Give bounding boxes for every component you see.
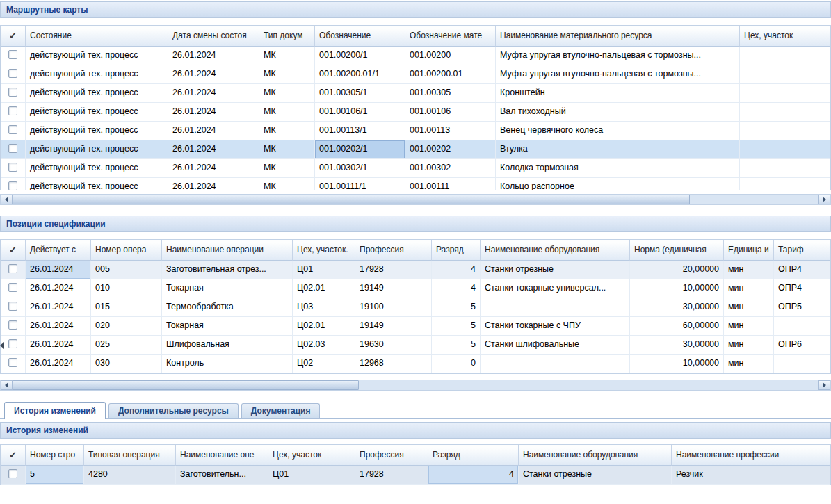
cell[interactable]: действующий тех. процесс — [26, 47, 168, 65]
cell[interactable]: 020 — [91, 317, 162, 336]
cell[interactable]: 001.00200.01/1 — [315, 65, 405, 84]
cell[interactable] — [740, 178, 831, 190]
table-row[interactable]: 26.01.2024010ТокарнаяЦ02.01191494Станки … — [1, 279, 830, 298]
row-checkbox[interactable] — [8, 125, 17, 134]
select-all-header[interactable]: ✓ — [1, 240, 26, 261]
cell[interactable]: 025 — [91, 336, 162, 355]
cell[interactable]: мин — [724, 279, 774, 298]
cell[interactable]: ОПР4 — [774, 279, 831, 298]
table-row[interactable]: 26.01.2024005Заготовительная отрез...Ц01… — [1, 261, 830, 279]
cell[interactable]: 001.00106/1 — [315, 103, 405, 122]
cell[interactable]: мин — [724, 336, 774, 355]
cell[interactable]: 030 — [91, 355, 162, 373]
row-checkbox[interactable] — [8, 181, 17, 190]
cell[interactable]: Втулка — [496, 140, 740, 159]
cell[interactable]: Ц02.01 — [293, 279, 355, 298]
cell[interactable]: Заготовительная отрез... — [162, 261, 293, 279]
column-header[interactable]: Дата смены состоя — [168, 26, 259, 47]
column-header[interactable]: Обозначение — [315, 26, 405, 47]
cell[interactable]: Муфта упругая втулочно-пальцевая с тормо… — [496, 47, 740, 65]
cell[interactable] — [481, 298, 630, 317]
cell[interactable]: действующий тех. процесс — [26, 122, 168, 140]
table-row[interactable]: действующий тех. процесс26.01.2024МК001.… — [1, 140, 830, 159]
cell[interactable]: 4 — [432, 261, 481, 279]
cell[interactable]: 30,00000 — [630, 336, 724, 355]
scroll-left-button[interactable] — [1, 380, 13, 390]
cell[interactable]: 001.00113 — [405, 122, 496, 140]
cell[interactable]: 17928 — [355, 261, 432, 279]
cell[interactable] — [774, 317, 831, 336]
column-header[interactable]: Обозначение мате — [405, 26, 496, 47]
cell[interactable]: МК — [259, 159, 315, 178]
cell[interactable]: МК — [259, 65, 315, 84]
column-header[interactable]: Тип докум — [259, 26, 315, 47]
cell[interactable]: действующий тех. процесс — [26, 103, 168, 122]
cell[interactable]: 4280 — [84, 466, 176, 485]
cell[interactable]: 4 — [432, 279, 481, 298]
cell[interactable]: действующий тех. процесс — [26, 178, 168, 190]
row-checkbox[interactable] — [8, 358, 17, 367]
table-row[interactable]: 26.01.2024025ШлифовальнаяЦ02.03196305Ста… — [1, 336, 830, 355]
cell[interactable] — [740, 140, 831, 159]
table-row[interactable]: 26.01.2024020ТокарнаяЦ02.01191495Станки … — [1, 317, 830, 336]
cell[interactable]: 19149 — [355, 279, 432, 298]
row-checkbox[interactable] — [8, 88, 17, 97]
cell[interactable]: 26.01.2024 — [26, 261, 91, 279]
table-row[interactable]: 54280Заготовительн...Ц01179284Станки отр… — [1, 466, 830, 485]
cell[interactable]: Шлифовальная — [162, 336, 293, 355]
column-header[interactable]: Цех, участок — [740, 26, 831, 47]
cell[interactable]: Ц01 — [268, 466, 355, 485]
panel-collapse-handle[interactable] — [0, 334, 6, 357]
cell[interactable]: 26.01.2024 — [168, 140, 259, 159]
cell[interactable]: 26.01.2024 — [168, 178, 259, 190]
route-maps-hscrollbar[interactable] — [0, 194, 831, 205]
cell[interactable]: 010 — [91, 279, 162, 298]
cell[interactable]: 5 — [432, 298, 481, 317]
table-row[interactable]: действующий тех. процесс26.01.2024МК001.… — [1, 103, 830, 122]
cell[interactable]: действующий тех. процесс — [26, 159, 168, 178]
cell[interactable]: 001.00305/1 — [315, 84, 405, 103]
select-all-header[interactable]: ✓ — [1, 26, 26, 47]
cell[interactable]: 001.00302/1 — [315, 159, 405, 178]
scrollbar-track[interactable] — [13, 380, 818, 390]
column-header[interactable]: Наименование материального ресурса — [496, 26, 740, 47]
cell[interactable] — [740, 122, 831, 140]
table-row[interactable]: 26.01.2024015ТермообработкаЦ0319100530,0… — [1, 298, 830, 317]
tab-documentation[interactable]: Документация — [241, 403, 321, 418]
tab-additional-resources[interactable]: Дополнительные ресурсы — [108, 403, 239, 418]
column-header[interactable]: Разряд — [432, 240, 481, 261]
column-header[interactable]: Наименование профессии — [672, 445, 831, 466]
cell[interactable]: Резчик — [672, 466, 831, 485]
cell[interactable]: Контроль — [162, 355, 293, 373]
cell[interactable]: 005 — [91, 261, 162, 279]
cell[interactable] — [740, 84, 831, 103]
cell[interactable]: 5 — [26, 466, 84, 485]
column-header[interactable]: Наименование опе — [176, 445, 268, 466]
cell[interactable]: МК — [259, 178, 315, 190]
row-checkbox[interactable] — [8, 50, 17, 59]
row-checkbox[interactable] — [8, 106, 17, 115]
column-header[interactable]: Номер опера — [91, 240, 162, 261]
column-header[interactable]: Профессия — [355, 445, 428, 466]
cell[interactable]: Кронштейн — [496, 84, 740, 103]
cell[interactable]: мин — [724, 317, 774, 336]
cell[interactable]: 26.01.2024 — [26, 336, 91, 355]
column-header[interactable]: Норма (единичная — [630, 240, 724, 261]
cell[interactable]: 10,00000 — [630, 279, 724, 298]
cell[interactable]: 001.00113/1 — [315, 122, 405, 140]
cell[interactable] — [740, 159, 831, 178]
column-header[interactable]: Наименование оборудования — [519, 445, 672, 466]
spec-positions-hscrollbar[interactable] — [0, 380, 831, 391]
cell[interactable]: 26.01.2024 — [26, 317, 91, 336]
cell[interactable]: 26.01.2024 — [26, 279, 91, 298]
cell[interactable]: Заготовительн... — [176, 466, 268, 485]
cell[interactable]: 26.01.2024 — [26, 298, 91, 317]
cell[interactable]: 001.00302 — [405, 159, 496, 178]
cell[interactable]: 001.00200/1 — [315, 47, 405, 65]
column-header[interactable]: Действует с — [26, 240, 91, 261]
cell[interactable]: 001.00111/1 — [315, 178, 405, 190]
column-header[interactable]: Разряд — [428, 445, 519, 466]
column-header[interactable]: Наименование операции — [162, 240, 293, 261]
column-header[interactable]: Единица и — [724, 240, 774, 261]
table-row[interactable]: действующий тех. процесс26.01.2024МК001.… — [1, 178, 830, 190]
